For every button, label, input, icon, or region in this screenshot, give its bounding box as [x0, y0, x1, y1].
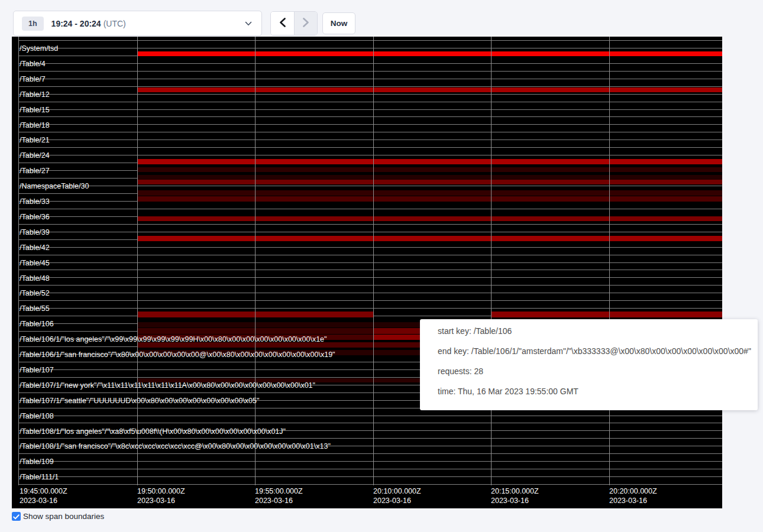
row-label: /Table/111/1 [20, 473, 59, 481]
chevron-left-icon [279, 18, 286, 29]
time-gridline [18, 37, 19, 485]
range-text: 19:24 - 20:24 [51, 19, 101, 28]
time-axis-tick: 20:20:00.000Z2023-03-16 [609, 487, 657, 505]
row-label: /Table/15 [20, 106, 50, 114]
heat-band [137, 87, 722, 92]
row-label: /Table/108/1/"san francisco"/"\x8c\xcc\x… [20, 443, 331, 450]
time-gridline [609, 37, 610, 485]
tooltip-end-key: end key: /Table/106/1/"amsterdam"/"\xb33… [438, 341, 753, 361]
row-label: /NamespaceTable/30 [20, 183, 89, 190]
axis-time: 20:20:00.000Z [609, 487, 657, 497]
row-label: /Table/27 [20, 167, 50, 175]
row-label: /Table/106/1/"san francisco"/"\x80\x00\x… [20, 351, 335, 359]
axis-date: 2023-03-16 [137, 497, 185, 506]
time-gridline [255, 37, 256, 485]
row-label: /Table/109 [20, 458, 54, 466]
tooltip-time: time: Thu, 16 Mar 2023 19:55:00 GMT [438, 381, 753, 401]
row-label: /System/tsd [20, 45, 58, 53]
show-span-boundaries-control[interactable]: Show span boundaries [12, 512, 104, 521]
span-tooltip: start key: /Table/106 end key: /Table/10… [420, 319, 758, 410]
row-label: /Table/18 [20, 122, 50, 129]
heat-band [491, 312, 722, 317]
heat-band [137, 51, 722, 56]
row-label: /Table/107/1/"seattle"/"UUUUUUD\x00\x80\… [20, 397, 259, 405]
row-label: /Table/108 [20, 413, 54, 420]
row-label: /Table/55 [20, 305, 50, 313]
time-gridline [137, 37, 138, 485]
range-duration-badge: 1h [22, 17, 44, 31]
chevron-down-icon [245, 21, 252, 26]
row-label: /Table/7 [20, 76, 46, 83]
heat-band [137, 236, 722, 241]
prev-range-button[interactable] [271, 12, 294, 35]
now-button[interactable]: Now [322, 12, 355, 34]
time-gridline [373, 37, 374, 485]
row-label: /Table/48 [20, 275, 50, 283]
axis-date: 2023-03-16 [373, 497, 421, 506]
time-axis-tick: 20:15:00.000Z2023-03-16 [491, 487, 539, 505]
row-label: /Table/42 [20, 244, 50, 252]
row-label: /Table/21 [20, 137, 50, 144]
chevron-right-icon [303, 18, 309, 29]
row-label: /Table/45 [20, 259, 50, 267]
range-timezone: (UTC) [104, 19, 126, 28]
key-visualizer-canvas[interactable]: /System/tsd/Table/4/Table/7/Table/12/Tab… [12, 37, 722, 508]
axis-time: 20:10:00.000Z [373, 487, 421, 497]
axis-time: 19:50:00.000Z [137, 487, 185, 497]
axis-time: 19:55:00.000Z [255, 487, 303, 497]
heat-band [137, 216, 722, 221]
checkmark-icon [13, 511, 20, 522]
row-label: /Table/107/1/"new york"/"\x11\x11\x11\x1… [20, 382, 315, 390]
heat-band [137, 190, 722, 196]
range-nav-group [270, 11, 318, 35]
axis-time: 19:45:00.000Z [20, 487, 67, 497]
show-span-boundaries-label: Show span boundaries [23, 512, 104, 521]
time-axis-tick: 20:10:00.000Z2023-03-16 [373, 487, 421, 505]
row-label: /Table/39 [20, 229, 50, 236]
time-axis-tick: 19:50:00.000Z2023-03-16 [137, 487, 185, 505]
row-label: /Table/107 [20, 366, 54, 374]
toolbar: 1h 19:24 - 20:24 (UTC) Now [0, 0, 763, 37]
show-span-boundaries-checkbox[interactable] [12, 512, 21, 521]
heat-band [137, 180, 722, 184]
heat-band [137, 196, 722, 202]
time-range-dropdown[interactable]: 1h 19:24 - 20:24 (UTC) [13, 11, 262, 36]
axis-time: 20:15:00.000Z [491, 487, 539, 497]
row-label: /Table/52 [20, 290, 50, 297]
next-range-button[interactable] [294, 12, 317, 35]
row-label: /Table/108/1/"los angeles"/"\xa8\xf5\u00… [20, 428, 286, 436]
tooltip-start-key: start key: /Table/106 [438, 321, 753, 341]
span-boundary-lines [18, 40, 722, 486]
row-label: /Table/106 [20, 320, 54, 328]
row-label: /Table/24 [20, 152, 50, 160]
row-label: /Table/4 [20, 60, 46, 68]
axis-date: 2023-03-16 [20, 497, 67, 506]
row-label: /Table/106/1/"los angeles"/"\x99\x99\x99… [20, 336, 326, 343]
row-label: /Table/36 [20, 213, 50, 221]
time-gridline [491, 37, 492, 485]
axis-date: 2023-03-16 [491, 497, 539, 506]
axis-date: 2023-03-16 [255, 497, 303, 506]
time-axis-tick: 19:55:00.000Z2023-03-16 [255, 487, 303, 505]
tooltip-requests: requests: 28 [438, 361, 753, 381]
heat-band [137, 167, 722, 172]
heat-band [137, 175, 722, 180]
row-label: /Table/33 [20, 198, 50, 206]
axis-date: 2023-03-16 [609, 497, 657, 506]
heat-band [137, 159, 722, 164]
time-axis-tick: 19:45:00.000Z2023-03-16 [20, 487, 67, 505]
row-label: /Table/12 [20, 91, 50, 99]
